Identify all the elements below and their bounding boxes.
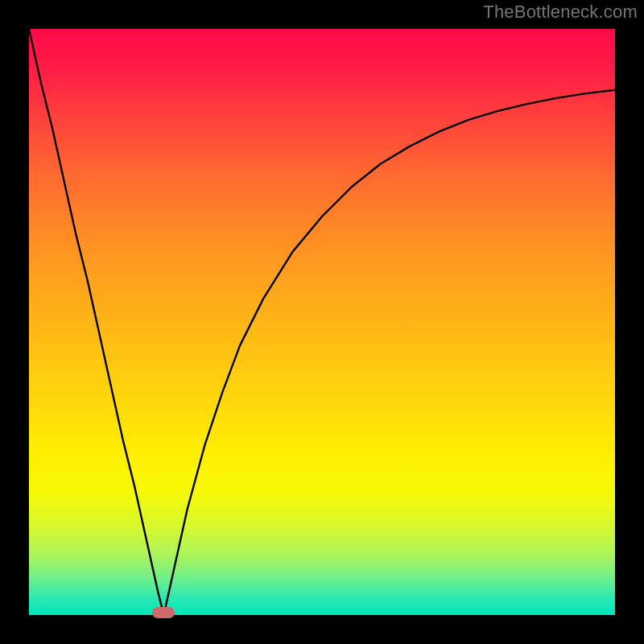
bottleneck-curve xyxy=(29,29,615,615)
curve-svg xyxy=(29,29,615,615)
plot-area xyxy=(29,29,615,615)
watermark-text: TheBottleneck.com xyxy=(483,2,638,23)
chart-frame: TheBottleneck.com xyxy=(0,0,644,644)
optimal-point-marker xyxy=(152,607,175,618)
